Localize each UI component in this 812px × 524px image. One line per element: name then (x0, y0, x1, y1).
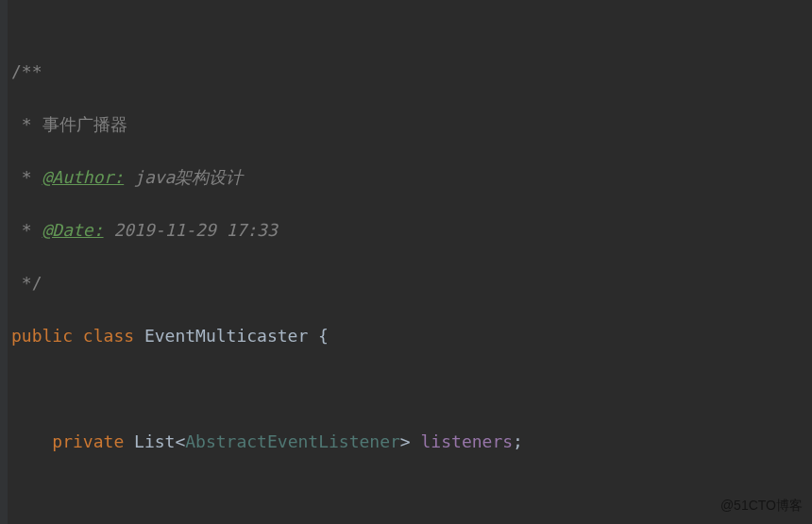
doc-desc: * 事件广播器 (11, 111, 812, 138)
code-editor[interactable]: /** * 事件广播器 * @Author: java架构设计 * @Date:… (0, 0, 812, 524)
doc-author: * @Author: java架构设计 (11, 164, 812, 191)
doc-open: /** (11, 59, 812, 85)
doc-close: */ (11, 270, 812, 296)
blank-line (11, 482, 812, 508)
blank-line (11, 376, 812, 402)
gutter (0, 0, 8, 524)
watermark: @51CTO博客 (720, 492, 803, 518)
field-decl: private List<AbstractEventListener> list… (11, 429, 812, 455)
class-decl: public class EventMulticaster { (11, 323, 812, 349)
doc-date: * @Date: 2019-11-29 17:33 (11, 217, 812, 244)
code-area[interactable]: /** * 事件广播器 * @Author: java架构设计 * @Date:… (11, 0, 812, 524)
